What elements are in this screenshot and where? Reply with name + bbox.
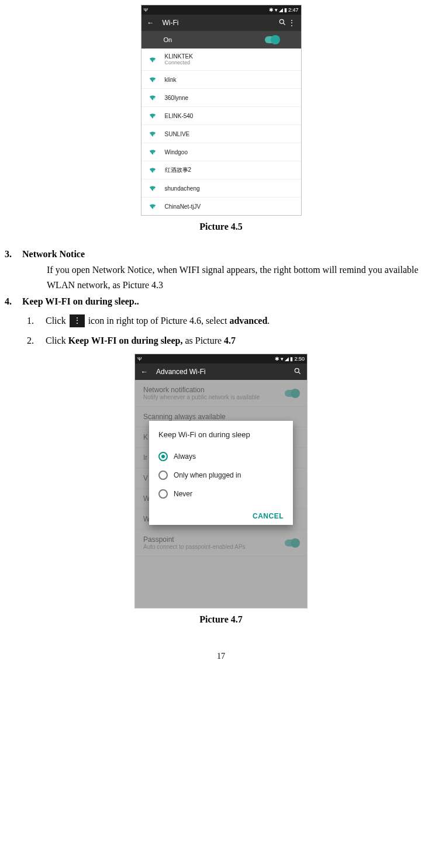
wifi-signal-icon	[149, 166, 157, 174]
back-icon[interactable]: ←	[146, 19, 156, 27]
wifi-status-icon: ▾	[275, 7, 278, 13]
wifi-status-icon: ▾	[281, 356, 284, 362]
wifi-network-text: KLINKTEKConnected	[165, 53, 193, 65]
svg-line-12	[299, 372, 301, 374]
wifi-network-status: Connected	[165, 60, 193, 65]
wifi-network-text: Windgoo	[165, 149, 188, 155]
radio-icon	[158, 452, 168, 461]
status-time-2: 2:50	[294, 356, 305, 362]
wifi-signal-icon	[149, 202, 157, 210]
wifi-network-name: shundacheng	[165, 185, 200, 192]
wifi-signal-icon	[149, 148, 157, 156]
wifi-network-text: 红酒故事2	[165, 166, 192, 174]
bluetooth-icon: ✱	[275, 356, 279, 362]
wifi-signal-icon	[149, 112, 157, 120]
keep-wifi-sleep-dialog: Keep Wi-Fi on during sleep AlwaysOnly wh…	[149, 421, 293, 525]
wifi-network-item[interactable]: shundacheng	[141, 179, 301, 198]
svg-point-3	[153, 80, 156, 82]
figure-caption-4-5: Picture 4.5	[5, 222, 437, 232]
bluetooth-icon: ✱	[269, 7, 274, 13]
wifi-signal-icon	[149, 56, 157, 64]
overflow-menu-icon[interactable]: ⋮	[287, 19, 296, 27]
status-bar: Ψ ✱ ▾ ◢ ▮ 2:47	[141, 5, 301, 15]
step-1-number: 1.	[27, 313, 42, 328]
radio-icon	[158, 471, 168, 480]
wifi-network-text: shundacheng	[165, 185, 200, 192]
sleep-option-label: Only when plugged in	[174, 471, 241, 479]
app-bar-2: ← Advanced Wi-Fi	[135, 364, 307, 380]
back-icon[interactable]: ←	[140, 368, 149, 376]
wifi-signal-icon	[149, 94, 157, 102]
wifi-toggle-switch[interactable]	[265, 36, 279, 43]
section-4-step-2: 2. Click Keep WI-FI on during sleep, as …	[27, 333, 437, 348]
wifi-network-list: KLINKTEKConnectedklink360lynneELINK-540S…	[141, 49, 301, 215]
wifi-network-item[interactable]: 红酒故事2	[141, 161, 301, 179]
wifi-network-item[interactable]: ELINK-540	[141, 107, 301, 125]
wifi-network-text: ChinaNet-tjJV	[165, 203, 201, 210]
step-2-number: 2.	[27, 333, 42, 348]
status-time: 2:47	[288, 7, 299, 13]
advanced-wifi-screenshot: Ψ ✱ ▾ ◢ ▮ 2:50 ← Advanced Wi-Fi Network …	[134, 354, 308, 608]
section-3-number: 3.	[5, 247, 22, 261]
section-3-body: If you open Network Notice, when WIFI si…	[47, 262, 437, 292]
svg-point-6	[153, 134, 156, 137]
wifi-network-text: SUNLIVE	[165, 131, 190, 137]
appbar-title-2: Advanced Wi-Fi	[156, 368, 206, 376]
battery-icon: ▮	[284, 7, 287, 13]
wifi-signal-icon	[149, 75, 157, 84]
step-1-advanced: advanced	[229, 316, 267, 326]
wifi-network-item[interactable]: ChinaNet-tjJV	[141, 198, 301, 215]
signal-icon: ◢	[285, 356, 289, 362]
search-icon[interactable]	[278, 18, 287, 28]
sleep-option[interactable]: Only when plugged in	[158, 466, 284, 485]
wifi-network-name: ELINK-540	[165, 113, 194, 119]
wifi-signal-icon	[149, 184, 157, 192]
svg-point-10	[153, 207, 156, 209]
section-4-heading: Keep WI-FI on during sleep..	[22, 295, 139, 309]
step-2-bold: Keep WI-FI on during sleep,	[68, 336, 183, 345]
svg-point-11	[295, 368, 299, 372]
signal-icon: ◢	[279, 7, 283, 13]
page-number: 17	[5, 652, 437, 661]
step-2-text-c: as Picture	[182, 336, 224, 345]
wifi-network-item[interactable]: klink	[141, 71, 301, 89]
step-2-text-a: Click	[46, 336, 68, 345]
wifi-network-item[interactable]: SUNLIVE	[141, 125, 301, 143]
sleep-option[interactable]: Never	[158, 485, 284, 503]
svg-line-1	[283, 23, 285, 25]
wifi-network-item[interactable]: KLINKTEKConnected	[141, 49, 301, 71]
wifi-network-name: ChinaNet-tjJV	[165, 203, 201, 210]
step-1-text-b: icon in right top of Picture 4.6, select	[88, 316, 230, 326]
sleep-option[interactable]: Always	[158, 447, 284, 466]
battery-icon: ▮	[290, 356, 293, 362]
wifi-master-toggle-row[interactable]: On	[141, 31, 301, 49]
svg-point-9	[153, 189, 156, 191]
svg-point-8	[153, 171, 156, 173]
overflow-menu-inline-icon: ⋮	[70, 314, 85, 327]
wifi-network-item[interactable]: Windgoo	[141, 143, 301, 161]
usb-icon: Ψ	[144, 7, 149, 13]
wifi-network-name: Windgoo	[165, 149, 188, 155]
wifi-network-item[interactable]: 360lynne	[141, 89, 301, 107]
svg-point-0	[279, 19, 284, 23]
sleep-option-label: Always	[174, 452, 196, 461]
wifi-network-name: 360lynne	[165, 95, 189, 101]
search-icon[interactable]	[293, 367, 302, 377]
radio-icon	[158, 489, 168, 499]
wifi-network-name: 红酒故事2	[165, 166, 192, 174]
wifi-toggle-label: On	[164, 36, 172, 43]
wifi-network-name: klink	[165, 77, 177, 83]
app-bar: ← Wi-Fi ⋮	[141, 15, 301, 31]
wifi-network-text: klink	[165, 77, 177, 83]
dialog-options: AlwaysOnly when plugged inNever	[158, 447, 284, 503]
section-4-step-1: 1. Click ⋮ icon in right top of Picture …	[27, 313, 437, 328]
wifi-network-name: KLINKTEK	[165, 53, 193, 60]
appbar-title: Wi-Fi	[163, 19, 179, 27]
svg-point-5	[153, 116, 156, 119]
step-1-text-d: .	[267, 316, 270, 326]
sleep-option-label: Never	[174, 490, 192, 498]
dialog-title: Keep Wi-Fi on during sleep	[158, 430, 284, 439]
cancel-button[interactable]: CANCEL	[253, 512, 284, 520]
wifi-network-text: ELINK-540	[165, 113, 194, 119]
section-3-heading: Network Notice	[22, 247, 85, 261]
